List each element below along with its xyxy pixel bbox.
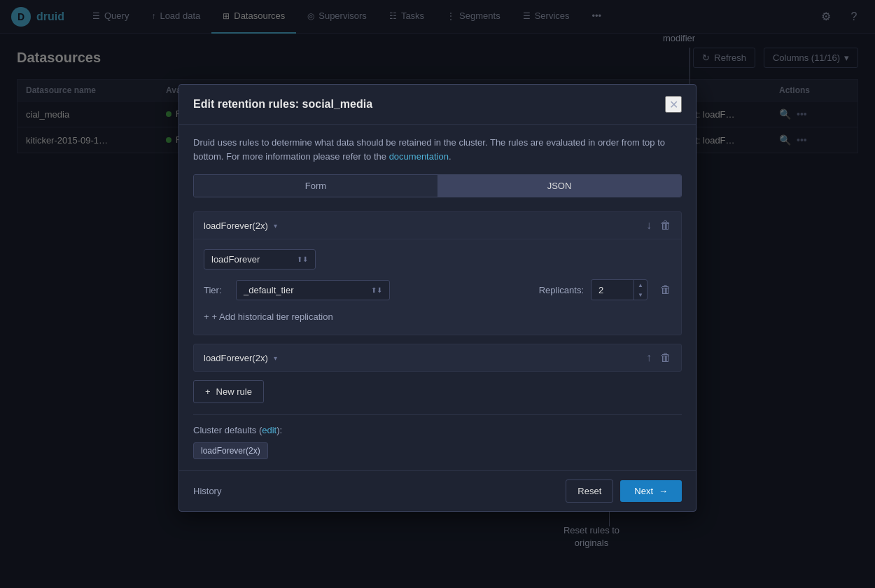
rule-type-arrow-icon: ⬆⬇: [297, 255, 308, 263]
rule-2-header: loadForever(2x) ▾ ↑ 🗑: [194, 344, 681, 371]
documentation-link[interactable]: documentation: [389, 151, 449, 162]
rule-type-dropdown[interactable]: loadForever ⬆⬇: [204, 249, 316, 270]
rule-1-delete-button[interactable]: 🗑: [660, 219, 671, 232]
cluster-defaults-section: Cluster defaults (edit): loadForever(2x): [193, 414, 682, 459]
modal-close-button[interactable]: ✕: [665, 96, 682, 113]
new-rule-icon: +: [205, 386, 211, 397]
rule-1-header: loadForever(2x) ▾ ↓ 🗑: [194, 212, 681, 239]
cluster-defaults-tag: loadForever(2x): [193, 442, 268, 459]
tab-form[interactable]: Form: [194, 175, 438, 197]
replicants-spinner: ▲ ▼: [634, 280, 647, 300]
tier-row: Tier: _default_tier ⬆⬇ Replicants: ▲: [204, 279, 671, 300]
replicants-input-wrap: ▲ ▼: [591, 279, 648, 300]
modal-overlay: Edit retention rules: social_media ✕ Dru…: [0, 0, 875, 588]
tier-dropdown[interactable]: _default_tier ⬆⬇: [236, 280, 390, 300]
footer-buttons: Reset Next →: [566, 479, 682, 503]
tier-label: Tier:: [204, 285, 225, 295]
rule-1-move-down-button[interactable]: ↓: [646, 219, 652, 232]
add-tier-label: + Add historical tier replication: [212, 312, 333, 322]
tab-switcher: Form JSON: [193, 174, 682, 197]
replicants-decrement-button[interactable]: ▼: [634, 290, 647, 300]
next-button[interactable]: Next →: [620, 480, 682, 502]
modal-header: Edit retention rules: social_media ✕: [179, 85, 696, 125]
replicants-label: Replicants:: [539, 285, 584, 295]
rule-2-delete-button[interactable]: 🗑: [660, 351, 671, 364]
rule-2-actions: ↑ 🗑: [646, 351, 671, 364]
next-arrow-icon: →: [659, 486, 668, 496]
next-label: Next: [634, 486, 653, 496]
add-tier-link[interactable]: + + Add historical tier replication: [204, 309, 671, 325]
rule-2-title: loadForever(2x): [204, 353, 268, 363]
add-tier-icon: +: [204, 312, 209, 322]
rule-1-title: loadForever(2x): [204, 220, 268, 231]
tier-value: _default_tier: [244, 285, 294, 295]
rule-1-block: loadForever(2x) ▾ ↓ 🗑 loadForever ⬆⬇: [193, 211, 682, 335]
replicants-group: Replicants: ▲ ▼ 🗑: [539, 279, 671, 300]
rule-1-dropdown-icon[interactable]: ▾: [274, 222, 277, 230]
rule-1-body: loadForever ⬆⬇ Tier: _default_tier ⬆⬇ Re…: [194, 239, 681, 335]
cluster-defaults-edit-link[interactable]: edit: [262, 425, 276, 435]
rule-2-block: loadForever(2x) ▾ ↑ 🗑: [193, 344, 682, 372]
history-link[interactable]: History: [193, 486, 221, 496]
modal-description: Druid uses rules to determine what data …: [193, 136, 682, 163]
rule-type-value: loadForever: [211, 254, 260, 265]
modal-body: Druid uses rules to determine what data …: [179, 125, 696, 470]
cluster-defaults-label: Cluster defaults (edit):: [193, 425, 682, 435]
reset-button[interactable]: Reset: [566, 479, 613, 503]
rule-2-dropdown-icon[interactable]: ▾: [274, 354, 277, 362]
new-rule-label: New rule: [216, 386, 252, 397]
rule-2-move-up-button[interactable]: ↑: [646, 351, 652, 364]
tier-delete-button[interactable]: 🗑: [660, 284, 671, 296]
replicants-increment-button[interactable]: ▲: [634, 280, 647, 290]
new-rule-button[interactable]: + New rule: [193, 380, 264, 403]
rule-2-title-row: loadForever(2x) ▾: [204, 353, 277, 363]
replicants-input[interactable]: [592, 281, 634, 300]
rule-1-actions: ↓ 🗑: [646, 219, 671, 232]
edit-retention-modal: Edit retention rules: social_media ✕ Dru…: [178, 84, 696, 512]
rule-1-title-row: loadForever(2x) ▾: [204, 220, 277, 231]
modal-title: Edit retention rules: social_media: [193, 98, 372, 111]
rule-type-select: loadForever ⬆⬇: [204, 249, 671, 270]
tab-json[interactable]: JSON: [438, 175, 681, 197]
tier-arrow-icon: ⬆⬇: [371, 286, 382, 294]
modal-footer: History Reset Next →: [179, 470, 696, 511]
